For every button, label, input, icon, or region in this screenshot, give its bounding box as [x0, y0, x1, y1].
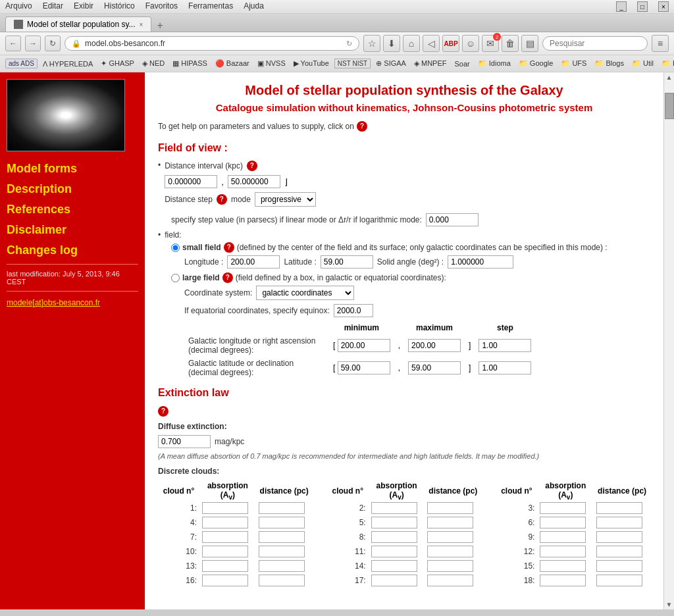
sidebar-email[interactable]: modele[at]obs-besancon.fr	[7, 298, 138, 307]
reload-button[interactable]: ↻	[45, 36, 61, 51]
large-field-radio[interactable]	[171, 274, 180, 282]
url-bar[interactable]: 🔒 model.obs-besancon.fr ↻	[65, 36, 359, 51]
scrollbar[interactable]: ▲ ▼	[663, 72, 674, 609]
solid-angle-input[interactable]	[448, 255, 513, 269]
mode-select[interactable]: progressive linear logarithmic	[255, 192, 316, 207]
cloud-absorption-16[interactable]	[202, 575, 248, 586]
distance-max-input[interactable]	[228, 175, 280, 188]
bm-google[interactable]: 📁 Google	[516, 59, 556, 68]
menu-editar[interactable]: Editar	[43, 1, 63, 12]
distance-min-input[interactable]	[165, 175, 217, 188]
url-refresh-icon[interactable]: ↻	[346, 39, 352, 48]
menu-ferramentas[interactable]: Ferramentas	[188, 1, 233, 12]
back-button[interactable]: ←	[5, 36, 21, 51]
bm-sigaa[interactable]: ⊕ SIGAA	[373, 59, 409, 68]
cloud-distance-18[interactable]	[596, 575, 642, 586]
cloud-absorption-18[interactable]	[540, 575, 586, 586]
bm-blogs[interactable]: 📁 Blogs	[592, 59, 627, 68]
cloud-absorption-9[interactable]	[540, 531, 586, 543]
back2-icon[interactable]: ◁	[423, 35, 440, 52]
bm-youtube[interactable]: ▶ YouTube	[291, 59, 332, 68]
cloud-distance-14[interactable]	[427, 560, 473, 572]
equinox-input[interactable]	[334, 304, 373, 317]
scroll-down[interactable]: ▼	[665, 600, 674, 609]
coord-system-select[interactable]: galactic coordinates equatorial coordina…	[256, 286, 354, 300]
large-field-help-icon[interactable]: ?	[222, 272, 233, 283]
bm-ufs[interactable]: 📁 UFS	[558, 59, 589, 68]
cloud-distance-17[interactable]	[427, 575, 473, 586]
bm-ads[interactable]: ads ADS	[5, 59, 38, 68]
home-icon[interactable]: ⌂	[403, 35, 420, 52]
help-icon[interactable]: ?	[357, 121, 367, 132]
sidebar-icon[interactable]: ▤	[521, 35, 538, 52]
cloud-absorption-15[interactable]	[540, 560, 586, 572]
cloud-absorption-6[interactable]	[540, 517, 586, 528]
win-minimize[interactable]: _	[616, 1, 627, 12]
galactic-lon-step-input[interactable]	[479, 339, 531, 352]
search-input[interactable]	[542, 36, 648, 51]
cloud-distance-6[interactable]	[596, 517, 642, 528]
galactic-lat-max-input[interactable]	[408, 361, 461, 374]
browser-tab[interactable]: Model of stellar population sy... ×	[5, 16, 151, 32]
distance-step-help-icon[interactable]: ?	[217, 194, 227, 205]
menu-icon[interactable]: ≡	[652, 35, 669, 52]
sidebar-link-disclaimer[interactable]: Disclaimer	[7, 223, 138, 237]
latitude-input[interactable]	[321, 255, 373, 269]
bm-hipass[interactable]: ▦ HIPASS	[170, 59, 210, 68]
cloud-distance-12[interactable]	[596, 546, 642, 557]
small-field-radio[interactable]	[171, 244, 180, 252]
distance-help-icon[interactable]: ?	[247, 161, 257, 171]
cloud-distance-11[interactable]	[427, 546, 473, 557]
menu-historico[interactable]: Histórico	[104, 1, 135, 12]
extinction-help-icon[interactable]: ?	[158, 406, 168, 417]
cloud-absorption-2[interactable]	[371, 502, 417, 514]
galactic-lon-max-input[interactable]	[408, 339, 461, 352]
cloud-distance-3[interactable]	[596, 502, 642, 514]
notification-icon[interactable]: ✉ 2	[482, 35, 499, 52]
cloud-absorption-14[interactable]	[371, 560, 417, 572]
cloud-distance-2[interactable]	[427, 502, 473, 514]
download-icon[interactable]: ⬇	[383, 35, 400, 52]
bm-idioma[interactable]: 📁 Idioma	[475, 59, 513, 68]
bm-util[interactable]: 📁 Util	[629, 59, 656, 68]
longitude-input[interactable]	[227, 255, 280, 269]
new-tab-button[interactable]: +	[151, 20, 168, 32]
cloud-absorption-1[interactable]	[202, 502, 248, 514]
bm-papers[interactable]: 📁 Papers	[659, 59, 674, 68]
bm-soar[interactable]: Soar	[452, 59, 472, 68]
cloud-distance-15[interactable]	[596, 560, 642, 572]
cloud-distance-7[interactable]	[259, 531, 305, 543]
menu-favoritos[interactable]: Favoritos	[145, 1, 178, 12]
adblock-icon[interactable]: ABP	[442, 35, 459, 52]
menu-arquivo[interactable]: Arquivo	[5, 1, 32, 12]
step-value-input[interactable]	[426, 213, 479, 226]
cloud-absorption-5[interactable]	[371, 517, 417, 528]
bm-ghasp[interactable]: ✦ GHASP	[98, 59, 137, 68]
cloud-absorption-10[interactable]	[202, 546, 248, 557]
cloud-absorption-13[interactable]	[202, 560, 248, 572]
scrollbar-thumb[interactable]	[665, 93, 674, 119]
bm-ned[interactable]: ◈ NED	[140, 59, 167, 68]
menu-exibir[interactable]: Exibir	[74, 1, 93, 12]
cloud-distance-5[interactable]	[427, 517, 473, 528]
cloud-distance-10[interactable]	[259, 546, 305, 557]
bookmark-icon[interactable]: ☆	[363, 35, 380, 52]
cloud-absorption-3[interactable]	[540, 502, 586, 514]
galactic-lon-min-input[interactable]	[338, 339, 390, 352]
small-field-help-icon[interactable]: ?	[224, 242, 234, 253]
bm-hyperleda[interactable]: Λ HYPERLEDA	[40, 59, 95, 68]
cloud-distance-16[interactable]	[259, 575, 305, 586]
cloud-distance-1[interactable]	[259, 502, 305, 514]
bm-bazaar[interactable]: 🔴 Bazaar	[213, 59, 252, 68]
diffuse-value-input[interactable]	[158, 435, 211, 448]
bm-nist[interactable]: NST NIST	[334, 59, 371, 68]
sidebar-link-references[interactable]: References	[7, 203, 138, 217]
cloud-distance-8[interactable]	[427, 531, 473, 543]
cloud-absorption-8[interactable]	[371, 531, 417, 543]
sidebar-link-model-forms[interactable]: Model forms	[7, 162, 138, 176]
galactic-lat-step-input[interactable]	[479, 361, 531, 374]
cloud-absorption-7[interactable]	[202, 531, 248, 543]
cloud-absorption-11[interactable]	[371, 546, 417, 557]
cloud-distance-4[interactable]	[259, 517, 305, 528]
trash-icon[interactable]: 🗑	[502, 35, 519, 52]
